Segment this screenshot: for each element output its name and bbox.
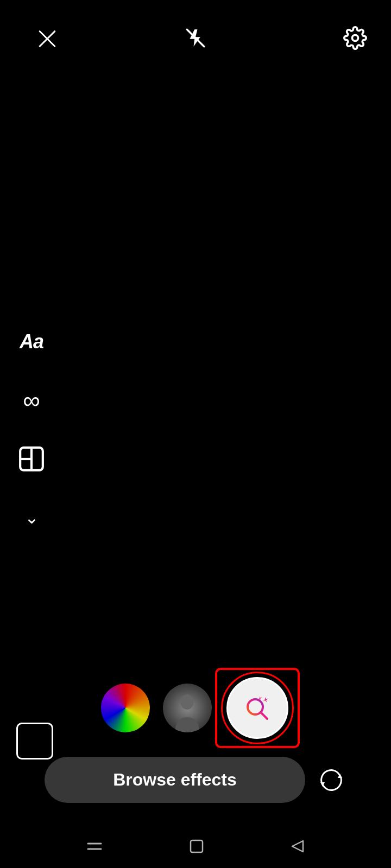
svg-rect-12 bbox=[191, 840, 203, 852]
effects-row bbox=[0, 675, 391, 741]
left-toolbar: Aa ∞ ⌄ bbox=[15, 326, 48, 534]
android-nav-bar bbox=[0, 825, 391, 868]
browse-effects-circle[interactable] bbox=[225, 675, 290, 741]
text-tool-label: Aa bbox=[20, 330, 43, 353]
browse-circle-inner bbox=[228, 679, 287, 737]
svg-point-5 bbox=[181, 694, 194, 710]
nav-back-button[interactable] bbox=[290, 839, 305, 854]
nav-menu-button[interactable] bbox=[86, 838, 103, 855]
effect-thumb-rainbow[interactable] bbox=[101, 684, 150, 732]
effect-thumb-person[interactable] bbox=[163, 684, 212, 732]
browse-effects-circle-container bbox=[225, 675, 290, 741]
settings-button[interactable] bbox=[341, 24, 369, 52]
svg-point-1 bbox=[352, 35, 358, 41]
boomerang-tool-button[interactable]: ∞ bbox=[15, 384, 48, 417]
flash-off-button[interactable] bbox=[181, 24, 210, 52]
more-tools-button[interactable]: ⌄ bbox=[15, 501, 48, 534]
text-tool-button[interactable]: Aa bbox=[15, 326, 48, 358]
close-button[interactable] bbox=[22, 24, 50, 52]
bottom-area: Browse effects bbox=[0, 675, 391, 803]
chevron-down-icon: ⌄ bbox=[24, 507, 39, 528]
layout-tool-button[interactable] bbox=[15, 443, 48, 475]
boomerang-icon: ∞ bbox=[23, 388, 40, 412]
browse-btn-row: Browse effects bbox=[0, 757, 391, 803]
svg-marker-13 bbox=[292, 841, 303, 852]
top-bar bbox=[0, 0, 391, 60]
svg-line-7 bbox=[261, 712, 267, 719]
nav-home-button[interactable] bbox=[188, 838, 205, 854]
flip-camera-button[interactable] bbox=[316, 765, 346, 795]
browse-effects-button[interactable]: Browse effects bbox=[45, 757, 305, 803]
